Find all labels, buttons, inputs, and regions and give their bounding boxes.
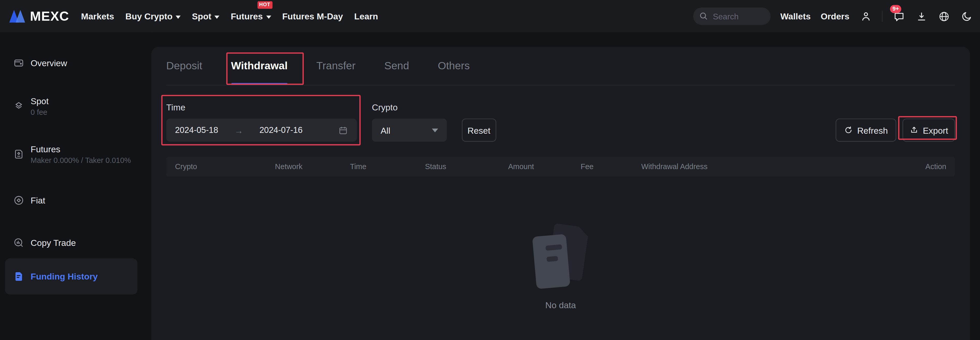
col-crypto: Crypto [175,162,275,171]
nav-item-markets[interactable]: Markets [81,11,114,21]
download-app-icon[interactable] [915,10,928,22]
navbar-right: Wallets Orders 9+ [693,8,972,25]
nav-item-spot[interactable]: Spot [192,11,219,21]
sidebar-item-copy-trade[interactable]: Copy Trade [5,228,137,258]
hot-badge: HOT [257,1,272,9]
tab-send[interactable]: Send [384,47,409,85]
chevron-down-icon [432,128,438,132]
mexc-logo-text: MEXC [30,9,69,24]
nav-item-buy-crypto[interactable]: Buy Crypto [125,11,181,21]
date-to-value[interactable]: 2024-07-16 [259,125,303,135]
calendar-icon[interactable] [338,125,348,135]
sidebar-item-fiat[interactable]: Fiat [5,185,137,215]
orders-link[interactable]: Orders [821,11,850,21]
content-area: Deposit Withdrawal Transfer Send Others … [151,33,980,340]
divider [882,11,882,22]
history-tabs: Deposit Withdrawal Transfer Send Others [166,47,955,85]
refresh-button[interactable]: Refresh [835,119,896,142]
refresh-icon [843,125,853,135]
search-box[interactable] [693,8,770,25]
chevron-down-icon [266,15,271,18]
sidebar-item-overview[interactable]: Overview [5,48,137,78]
sidebar-item-futures[interactable]: Futures Maker 0.000% / Taker 0.010% [5,135,137,174]
dark-mode-moon-icon[interactable] [960,10,972,22]
tab-transfer[interactable]: Transfer [317,47,355,85]
top-navbar: MEXC Markets Buy Crypto Spot Futures HOT… [0,0,980,33]
fiat-coin-icon [13,195,24,206]
date-from-value[interactable]: 2024-05-18 [175,125,218,135]
col-fee: Fee [581,162,641,171]
primary-nav: Markets Buy Crypto Spot Futures HOT Futu… [81,11,378,21]
tab-others[interactable]: Others [438,47,470,85]
mexc-logo[interactable]: MEXC [9,9,69,24]
reset-button[interactable]: Reset [462,119,496,142]
time-filter-group: Time 2024-05-18 → 2024-07-16 [166,103,357,142]
nav-item-futures-mday[interactable]: Futures M-Day [282,11,343,21]
filter-bar: Time 2024-05-18 → 2024-07-16 [166,103,955,142]
layers-icon [13,101,24,112]
wallet-icon [13,57,24,68]
search-icon [699,12,708,21]
no-data-text: No data [545,300,576,310]
sidebar-item-funding-history[interactable]: Funding History [5,258,137,294]
tab-withdrawal[interactable]: Withdrawal [231,47,288,85]
profile-icon[interactable] [859,10,872,22]
chevron-down-icon [215,15,219,18]
crypto-select[interactable]: All [372,119,447,142]
tab-deposit[interactable]: Deposit [166,47,202,85]
notifications-icon[interactable]: 9+ [892,10,905,22]
mexc-funding-history-page: MEXC Markets Buy Crypto Spot Futures HOT… [0,0,980,340]
arrow-right-icon: → [234,125,243,135]
chevron-down-icon [175,15,180,18]
no-data-icon [535,225,587,290]
col-status: Status [425,162,508,171]
time-filter-label: Time [166,103,357,112]
spot-fee-note: 0 fee [30,108,49,116]
empty-state: No data [166,225,955,310]
futures-document-icon [13,149,24,160]
funding-history-panel: Deposit Withdrawal Transfer Send Others … [151,47,970,340]
export-button[interactable]: Export [902,119,955,142]
crypto-filter-group: Crypto All [372,103,447,142]
col-withdrawal-address: Withdrawal Address [641,162,896,171]
col-network: Network [275,162,350,171]
table-actions: Refresh Export [835,119,955,142]
nav-item-learn[interactable]: Learn [354,11,378,21]
search-input[interactable] [711,11,762,21]
withdrawal-table-header: Crypto Network Time Status Amount Fee Wi… [166,157,955,177]
crypto-filter-label: Crypto [372,103,447,112]
wallets-link[interactable]: Wallets [780,11,811,21]
crypto-select-value: All [380,125,390,135]
wallet-sidebar: Overview Spot 0 fee [0,33,151,340]
col-amount: Amount [508,162,581,171]
nav-item-futures[interactable]: Futures HOT [231,11,271,21]
copy-trade-icon [13,237,24,248]
language-globe-icon[interactable] [937,10,950,22]
notification-count-badge: 9+ [890,5,901,13]
funding-history-document-icon [13,271,24,282]
date-range-picker[interactable]: 2024-05-18 → 2024-07-16 [166,119,357,142]
futures-fee-note: Maker 0.000% / Taker 0.010% [30,156,131,164]
col-time: Time [350,162,425,171]
mexc-logo-icon [9,9,25,24]
sidebar-item-spot[interactable]: Spot 0 fee [5,87,137,126]
col-action: Action [896,162,947,171]
export-upload-icon [909,125,918,135]
